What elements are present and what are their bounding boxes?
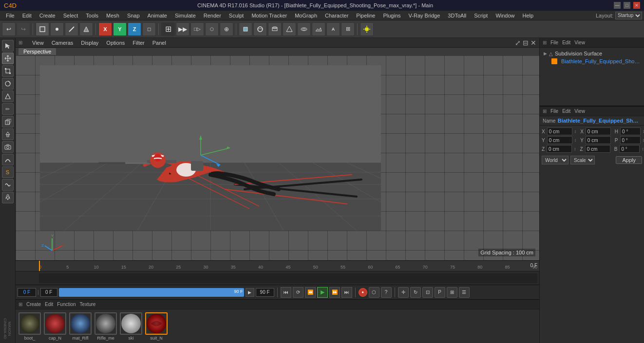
z-axis-button[interactable]: Z [128, 22, 141, 36]
menu-snap[interactable]: Snap [123, 11, 144, 20]
viewport-minimize-icon[interactable]: ⊟ [523, 39, 529, 47]
material-cap-thumb[interactable] [44, 312, 66, 335]
sidebar-icon-camera[interactable] [2, 141, 14, 153]
viewport-canvas[interactable]: Y X Z Grid Spacing : 100 cm [16, 55, 539, 260]
layout-button[interactable]: ☰ [459, 287, 470, 298]
keyframe-button[interactable]: ⬡ [369, 287, 379, 298]
menu-animate[interactable]: Animate [144, 11, 171, 20]
anim-key-button[interactable]: ⬡ [205, 22, 219, 36]
view-torus-button[interactable] [297, 22, 311, 36]
obj-panel-view[interactable]: View [574, 40, 585, 45]
autokey-move-button[interactable]: ✛ [398, 287, 409, 298]
menu-tools[interactable]: Tools [82, 11, 102, 20]
current-frame-input[interactable] [18, 288, 36, 297]
viewport-menu-filter[interactable]: Filter [131, 39, 146, 46]
layout-select[interactable]: Startup [615, 12, 642, 19]
menu-file[interactable]: File [2, 11, 19, 20]
sidebar-icon-rotate[interactable] [2, 78, 14, 90]
timeline-ruler[interactable]: 0 5 10 15 20 25 30 35 40 45 50 55 60 65 … [39, 261, 537, 271]
menu-window[interactable]: Window [492, 11, 518, 20]
obj-panel-edit[interactable]: Edit [562, 40, 570, 45]
poly-mode-button[interactable] [79, 22, 93, 36]
autokey-rotate-button[interactable]: ↻ [410, 287, 421, 298]
menu-vray[interactable]: V-Ray Bridge [405, 11, 444, 20]
coord-b[interactable] [619, 145, 640, 153]
coord-x-pos[interactable] [547, 127, 572, 135]
sidebar-icon-paint[interactable]: S [2, 166, 14, 178]
menu-create[interactable]: Create [36, 11, 59, 20]
coord-z-pos[interactable] [547, 145, 572, 153]
material-ski[interactable]: ski [120, 312, 142, 341]
transport-btn[interactable]: ▶ [246, 288, 254, 297]
loop-button[interactable]: ⟳ [293, 287, 303, 298]
view-cone-button[interactable] [283, 22, 296, 36]
play-button[interactable]: ▶ [317, 287, 328, 298]
light-button[interactable] [360, 22, 374, 36]
undo-button[interactable]: ↩ [2, 22, 16, 36]
viewport-tab[interactable]: Perspective [19, 48, 56, 55]
point-mode-button[interactable] [50, 22, 64, 36]
frame-start-input[interactable] [40, 288, 57, 297]
view-more-button[interactable]: ⊞ [341, 22, 355, 36]
tree-expand-icon[interactable]: ▶ [544, 51, 547, 56]
material-suit[interactable]: suit_N [145, 312, 168, 341]
coord-p[interactable] [620, 136, 641, 144]
sidebar-icon-move[interactable] [2, 53, 14, 64]
timeline-cursor[interactable] [39, 261, 40, 271]
redo-button[interactable]: ↪ [17, 22, 30, 36]
view-cube-button[interactable] [239, 22, 252, 36]
x-axis-button[interactable]: X [98, 22, 112, 36]
apply-button[interactable]: Apply [616, 156, 642, 164]
menu-pipeline[interactable]: Pipeline [352, 11, 379, 20]
anim-play-button[interactable]: ▶▶ [176, 22, 189, 36]
mat-menu-function[interactable]: Function [57, 302, 76, 307]
autokey-scale-button[interactable]: ⊡ [422, 287, 433, 298]
view-cylinder-button[interactable] [268, 22, 282, 36]
record-button[interactable]: ● [359, 288, 367, 297]
attr-edit[interactable]: Edit [562, 108, 570, 114]
material-boot-thumb[interactable] [19, 312, 41, 335]
mat-menu-texture[interactable]: Texture [80, 302, 96, 307]
menu-plugins[interactable]: Plugins [379, 11, 404, 20]
edge-mode-button[interactable] [65, 22, 78, 36]
frame-end-input[interactable] [256, 288, 274, 297]
sidebar-icon-poly[interactable] [2, 90, 14, 102]
world-select[interactable]: World [542, 156, 568, 164]
viewport-menu-display[interactable]: Display [79, 39, 100, 46]
view-landscape-button[interactable] [312, 22, 325, 36]
material-rifle-mat-thumb[interactable] [69, 312, 92, 335]
maximize-button[interactable]: □ [624, 2, 630, 9]
menu-mesh[interactable]: Mesh [102, 11, 123, 20]
viewport-close-icon[interactable]: ✕ [530, 39, 536, 47]
menu-simulate[interactable]: Simulate [171, 11, 200, 20]
tree-item-biathlete[interactable]: Biathlete_Fully_Equipped_Shooti [542, 57, 642, 65]
menu-sculpt[interactable]: Sculpt [225, 11, 248, 20]
material-cap[interactable]: cap_N [44, 312, 66, 341]
viewport-menu-cameras[interactable]: Cameras [50, 39, 76, 46]
anim-record-button[interactable]: ⊞ [161, 22, 175, 36]
viewport-menu-view[interactable]: View [30, 39, 46, 46]
viewport-menu-options[interactable]: Options [104, 39, 127, 46]
tree-item-subdivision[interactable]: ▶ △ Subdivision Surface [542, 50, 642, 57]
scale-select[interactable]: Scale [570, 156, 595, 164]
coord-y-rot[interactable] [586, 136, 611, 144]
mat-menu-create[interactable]: Create [26, 302, 41, 307]
coord-x-rot[interactable] [586, 127, 611, 135]
view-text-button[interactable]: A [326, 22, 340, 36]
material-ski-thumb[interactable] [120, 312, 142, 335]
y-axis-button[interactable]: Y [113, 22, 127, 36]
sidebar-icon-brush[interactable]: ✏ [2, 103, 14, 115]
coord-h[interactable] [620, 127, 641, 135]
view-sphere-button[interactable] [253, 22, 267, 36]
material-suit-thumb[interactable] [145, 312, 168, 335]
minimize-button[interactable]: — [614, 2, 621, 9]
menu-render[interactable]: Render [200, 11, 225, 20]
sidebar-icon-lamp[interactable] [2, 128, 14, 140]
menu-motion-tracker[interactable]: Motion Tracker [247, 11, 291, 20]
timeline-track[interactable] [16, 271, 539, 285]
sidebar-icon-scale[interactable] [2, 65, 14, 77]
viewport-menu-panel[interactable]: Panel [151, 39, 168, 46]
attr-file[interactable]: File [550, 108, 558, 114]
go-start-button[interactable]: ⏮ [281, 287, 291, 298]
menu-mograph[interactable]: MoGraph [291, 11, 321, 20]
